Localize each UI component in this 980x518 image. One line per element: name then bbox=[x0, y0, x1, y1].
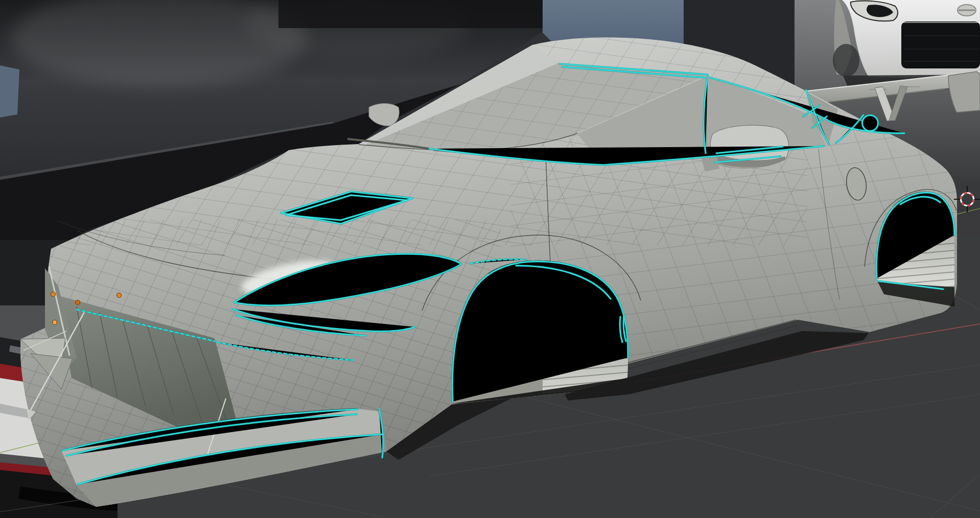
object-origin-dot bbox=[51, 292, 56, 297]
object-origin-dot bbox=[53, 320, 57, 325]
object-origin-dot bbox=[117, 293, 122, 298]
white-car-wheel bbox=[833, 44, 859, 77]
3d-viewport[interactable] bbox=[0, 0, 980, 518]
object-origin-dot bbox=[76, 300, 80, 305]
viewport-canvas bbox=[0, 0, 980, 518]
backdrop-blue-sliver bbox=[0, 65, 19, 117]
